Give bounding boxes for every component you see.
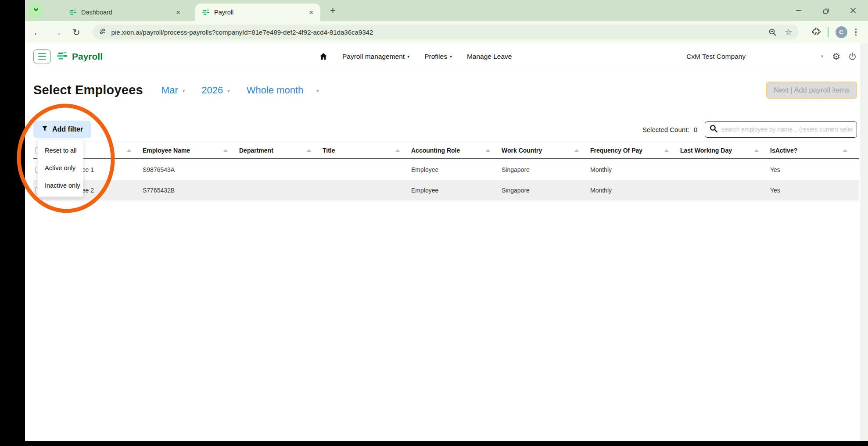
tab-close-icon[interactable]: ×	[174, 9, 182, 16]
company-selector[interactable]: CxM Test Company ▾	[686, 53, 823, 61]
site-favicon-icon	[202, 9, 210, 16]
home-icon	[319, 53, 327, 60]
company-name: CxM Test Company	[686, 53, 746, 61]
zoom-icon[interactable]	[768, 28, 777, 36]
tab-payroll[interactable]: Payroll ×	[195, 4, 320, 21]
nav-home[interactable]	[319, 53, 327, 60]
sort-icon[interactable]	[223, 149, 228, 152]
filter-option-active-only[interactable]: Active only	[38, 159, 83, 177]
month-dropdown[interactable]: Mar ▾	[161, 85, 185, 96]
sort-icon[interactable]	[574, 149, 579, 152]
employee-search[interactable]	[705, 121, 857, 138]
tab-dashboard[interactable]: Dashboard ×	[62, 4, 187, 21]
filter-dropdown-menu: Reset to all Active only Inactive only	[37, 139, 83, 197]
period-selectors: Mar ▾ 2026 ▾ Whole month ▾	[161, 85, 319, 96]
settings-gear-icon[interactable]: ⚙	[832, 52, 840, 61]
cell-accounting-role: Employee	[411, 166, 502, 173]
toolbar-divider	[828, 27, 829, 37]
window-restore-button[interactable]	[822, 7, 829, 14]
logout-power-icon[interactable]	[848, 52, 857, 61]
table-header-row: ID Employee Name Department Title Accoun…	[33, 142, 859, 159]
site-favicon-icon	[69, 9, 77, 16]
chevron-down-icon	[32, 6, 39, 15]
sort-icon[interactable]	[843, 149, 847, 152]
scrollbar-gutter[interactable]	[861, 43, 868, 441]
tab-title: Payroll	[214, 9, 307, 16]
column-header-accounting-role[interactable]: Accounting Role	[411, 142, 502, 158]
address-bar[interactable]: pie.xion.ai/payroll/process-payrolls?com…	[93, 25, 799, 39]
selected-count-value: 0	[694, 126, 697, 133]
screen: Dashboard × Payroll × +	[0, 0, 868, 446]
caret-down-icon: ▾	[183, 88, 185, 94]
app-header: Payroll Payroll management ▾ Profiles ▾	[25, 43, 868, 70]
nav-profiles[interactable]: Profiles ▾	[424, 53, 452, 61]
column-header-title[interactable]: Title	[323, 142, 411, 158]
extensions-icon[interactable]	[812, 28, 821, 36]
main-nav: Payroll management ▾ Profiles ▾ Manage L…	[319, 53, 512, 61]
bookmark-star-icon[interactable]: ☆	[785, 27, 792, 37]
window-minimize-button[interactable]	[795, 7, 802, 14]
url-text[interactable]: pie.xion.ai/payroll/process-payrolls?com…	[111, 29, 761, 36]
cell-frequency-of-pay: Monthly	[590, 166, 680, 173]
column-header-department[interactable]: Department	[239, 142, 323, 158]
column-header-employee-name[interactable]: Employee Name	[143, 142, 239, 158]
cell-accounting-role: Employee	[411, 187, 502, 194]
reload-icon[interactable]: ↻	[72, 28, 80, 37]
tab-close-icon[interactable]: ×	[307, 9, 315, 16]
year-dropdown[interactable]: 2026 ▾	[201, 85, 230, 96]
site-settings-icon[interactable]	[99, 28, 106, 37]
cell-work-country: Singapore	[502, 166, 590, 173]
sort-icon[interactable]	[307, 149, 311, 152]
menu-hamburger-button[interactable]	[33, 49, 51, 64]
title-row: Select Employees Mar ▾ 2026 ▾ Whole mont…	[25, 82, 868, 99]
window-close-button[interactable]	[850, 7, 857, 14]
sort-icon[interactable]	[395, 149, 400, 152]
sort-icon[interactable]	[664, 149, 669, 152]
caret-down-icon: ▾	[821, 54, 824, 59]
payroll-app: Payroll Payroll management ▾ Profiles ▾	[25, 43, 868, 441]
column-header-is-active[interactable]: IsActive?	[770, 142, 859, 158]
nav-manage-leave[interactable]: Manage Leave	[467, 53, 512, 61]
caret-down-icon: ▾	[450, 54, 452, 59]
column-header-last-working-day[interactable]: Last Working Day	[680, 142, 770, 158]
cell-frequency-of-pay: Monthly	[590, 187, 680, 194]
table-row[interactable]: Employee 2 S7765432B Employee Singapore …	[33, 180, 859, 200]
period-dropdown[interactable]: Whole month ▾	[247, 85, 319, 96]
filter-funnel-icon	[42, 125, 48, 133]
profile-avatar[interactable]: C	[836, 26, 847, 38]
header-right: CxM Test Company ▾ ⚙	[686, 52, 857, 61]
tab-title: Dashboard	[81, 9, 174, 16]
search-input[interactable]	[721, 126, 853, 133]
brand-name: Payroll	[72, 51, 103, 62]
cell-is-active: Yes	[770, 166, 859, 173]
employees-table: ID Employee Name Department Title Accoun…	[33, 142, 859, 200]
filter-option-inactive-only[interactable]: Inactive only	[38, 177, 83, 194]
right-controls: Selected Count: 0	[642, 121, 857, 138]
column-header-work-country[interactable]: Work Country	[502, 142, 590, 158]
filter-option-reset-to-all[interactable]: Reset to all	[38, 142, 83, 159]
table-controls: Add filter Selected Count: 0	[25, 121, 868, 138]
selected-count: Selected Count: 0	[642, 126, 697, 133]
cell-employee-name: S7765432B	[143, 187, 239, 194]
brand: Payroll	[57, 51, 103, 62]
next-add-payroll-items-button[interactable]: Next | Add payroll items	[766, 82, 857, 99]
page-title: Select Employees	[33, 83, 143, 97]
tab-search-button[interactable]	[29, 4, 43, 18]
sort-icon[interactable]	[754, 149, 759, 152]
sort-icon[interactable]	[127, 149, 131, 152]
cell-employee-name: S9876543A	[143, 166, 239, 173]
sort-icon[interactable]	[486, 149, 490, 152]
cell-work-country: Singapore	[502, 187, 590, 194]
add-filter-button[interactable]: Add filter	[33, 121, 91, 138]
browser-menu-icon[interactable]	[855, 29, 857, 36]
brand-logo-icon	[57, 51, 68, 62]
caret-down-icon: ▾	[227, 88, 230, 94]
nav-payroll-management[interactable]: Payroll management ▾	[342, 53, 409, 61]
back-icon[interactable]: ←	[33, 28, 42, 37]
column-header-frequency-of-pay[interactable]: Frequency Of Pay	[590, 142, 680, 158]
cell-is-active: Yes	[770, 187, 859, 194]
new-tab-button[interactable]: +	[330, 5, 336, 16]
table-row[interactable]: Employee 1 S9876543A Employee Singapore …	[33, 159, 859, 180]
browser-toolbar: ← → ↻ pie.xion.ai/payroll/process-payrol…	[25, 21, 868, 43]
forward-icon[interactable]: →	[53, 28, 62, 37]
